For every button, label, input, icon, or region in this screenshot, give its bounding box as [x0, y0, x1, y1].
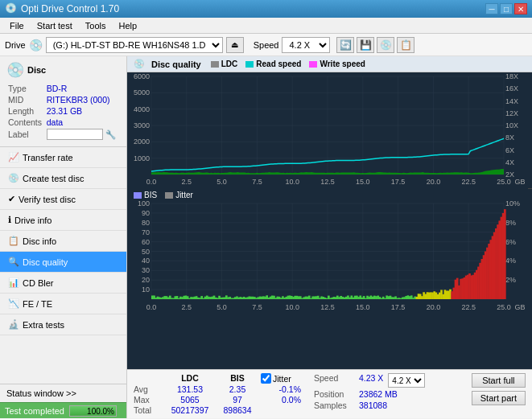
disc-section-title: Disc [27, 65, 46, 75]
menu-starttest[interactable]: Start test [31, 20, 79, 31]
start-full-button[interactable]: Start full [472, 373, 526, 388]
progress-text: 100.0% [87, 406, 114, 417]
readspeed-legend-dot [245, 61, 254, 68]
disc-header-icon: 💿 [6, 61, 24, 79]
fe-te-icon: 📉 [8, 298, 19, 309]
disc-quality-icon: 🔍 [8, 257, 19, 267]
ldc-total: 50217397 [166, 405, 214, 415]
eject-button[interactable]: ⏏ [226, 37, 244, 53]
speed-key: Speed [314, 373, 356, 388]
disc-icon[interactable]: 💿 [377, 37, 394, 53]
speed-select[interactable]: 4.2 X [282, 37, 330, 53]
chart1-area [127, 72, 532, 189]
position-value: 23862 MB [359, 389, 398, 399]
verify-test-disc-icon: ✔ [8, 194, 15, 204]
menu-help[interactable]: Help [112, 20, 143, 31]
position-key: Position [314, 389, 356, 399]
extra-tests-label: Extra tests [23, 320, 64, 330]
jitter-speed-select[interactable]: 4.2 X [388, 373, 425, 388]
writespeed-legend-label: Write speed [320, 60, 365, 68]
length-value: 23.31 GB [47, 106, 118, 116]
refresh-icon[interactable]: 🔄 [336, 37, 354, 53]
start-part-button[interactable]: Start part [472, 391, 526, 405]
label-input[interactable] [47, 129, 103, 140]
chart2-area [127, 201, 532, 369]
save-icon[interactable]: 💾 [357, 37, 374, 53]
extra-tests-icon: 🔬 [8, 319, 19, 330]
close-button[interactable]: ✕ [514, 3, 527, 14]
drive-info-icon: ℹ [8, 215, 11, 225]
chart1-canvas [127, 72, 528, 189]
create-test-disc-icon: 💿 [8, 173, 19, 183]
chart-header: 💿 Disc quality LDC Read speed Write spee… [127, 56, 532, 72]
max-row: Max 5065 97 0.0% [134, 395, 301, 405]
app-title: Opti Drive Control 1.70 [21, 3, 484, 14]
jitter-legend-dot [165, 192, 173, 199]
nav-disc-quality[interactable]: 🔍 Disc quality [0, 252, 126, 273]
drive-select[interactable]: (G:) HL-DT-ST BD-RE WH16NS48 1.D3 [46, 37, 223, 53]
nav-drive-info[interactable]: ℹ Drive info [0, 210, 126, 231]
max-label: Max [134, 395, 163, 405]
jitter-legend-label: Jitter [175, 191, 193, 199]
disc-info-icon: 📋 [8, 236, 19, 246]
progress-bar-container: 100.0% [69, 405, 117, 417]
avg-row: Avg 131.53 2.35 -0.1% [134, 384, 301, 394]
nav-cd-bler[interactable]: 📊 CD Bler [0, 273, 126, 294]
bis-legend-dot [134, 192, 142, 199]
stats-header-row: LDC BIS Jitter [134, 373, 301, 384]
drive-bar: Drive 💿 (G:) HL-DT-ST BD-RE WH16NS48 1.D… [0, 34, 532, 56]
bis-header: BIS [217, 373, 258, 384]
total-label: Total [134, 405, 163, 415]
nav-verify-test-disc[interactable]: ✔ Verify test disc [0, 189, 126, 210]
title-bar: 💿 Opti Drive Control 1.70 ─ □ ✕ [0, 0, 532, 18]
main-content: 💿 Disc Type BD-R MID RITEKBR3 (000) Leng… [0, 56, 532, 418]
nav-extra-tests[interactable]: 🔬 Extra tests [0, 314, 126, 335]
type-value: BD-R [47, 84, 118, 93]
mid-label: MID [8, 95, 45, 105]
menu-tools[interactable]: Tools [79, 20, 113, 31]
label-icon[interactable]: 🔧 [105, 129, 116, 139]
samples-row: Samples 381088 [314, 401, 425, 410]
nav-disc-info[interactable]: 📋 Disc info [0, 231, 126, 252]
type-label: Type [8, 84, 45, 93]
status-window[interactable]: Status window >> [0, 384, 126, 402]
create-test-disc-label: Create test disc [23, 174, 84, 183]
bis-avg: 2.35 [217, 384, 258, 394]
minimize-button[interactable]: ─ [485, 3, 498, 14]
disc-quality-label: Disc quality [23, 257, 68, 267]
jitter-max: 0.0% [261, 395, 301, 405]
length-label: Length [8, 106, 45, 116]
maximize-button[interactable]: □ [500, 3, 513, 14]
position-row: Position 23862 MB [314, 389, 425, 399]
bis-total: 898634 [217, 405, 258, 415]
transfer-rate-icon: 📈 [8, 152, 19, 162]
mid-value: RITEKBR3 (000) [47, 95, 118, 105]
readspeed-legend-label: Read speed [256, 60, 301, 68]
menu-file[interactable]: File [3, 20, 31, 31]
chart2-legend-bar: BIS Jitter [127, 189, 532, 201]
bis-max: 97 [217, 395, 258, 405]
stats-bar: LDC BIS Jitter Avg 131.53 2.35 -0.1% Max… [127, 369, 532, 418]
cd-bler-icon: 📊 [8, 277, 19, 288]
nav-items: 📈 Transfer rate 💿 Create test disc ✔ Ver… [0, 147, 126, 335]
jitter-total [261, 405, 301, 415]
charts-area: 💿 Disc quality LDC Read speed Write spee… [127, 56, 532, 418]
nav-create-test-disc[interactable]: 💿 Create test disc [0, 168, 126, 189]
ldc-header: LDC [166, 373, 214, 384]
cd-bler-label: CD Bler [23, 278, 54, 288]
transfer-rate-label: Transfer rate [23, 153, 73, 162]
menu-bar: File Start test Tools Help [0, 18, 532, 34]
chart-header-icon: 💿 [134, 59, 145, 69]
bis-legend-label: BIS [144, 191, 157, 199]
drive-icon: 💿 [29, 39, 43, 51]
test-completed-text: Test completed [5, 406, 64, 416]
chart2-canvas [127, 201, 528, 314]
disc-table: Type BD-R MID RITEKBR3 (000) Length 23.3… [6, 82, 120, 142]
jitter-checkbox[interactable] [261, 373, 271, 384]
contents-value: data [47, 117, 118, 127]
app-icon: 💿 [5, 2, 18, 15]
nav-fe-te[interactable]: 📉 FE / TE [0, 294, 126, 314]
export-icon[interactable]: 📋 [397, 37, 414, 53]
jitter-legend: Jitter [165, 191, 193, 199]
nav-transfer-rate[interactable]: 📈 Transfer rate [0, 147, 126, 168]
